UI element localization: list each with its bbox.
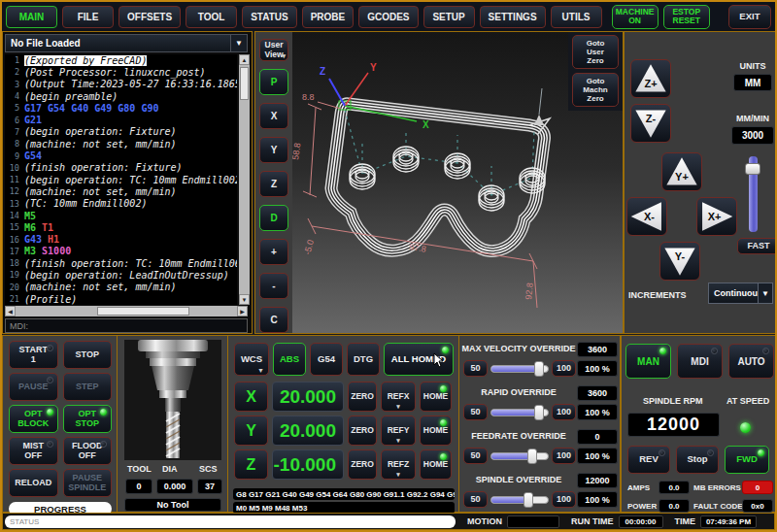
jog-y-minus-button[interactable]: Y- [659, 242, 700, 281]
gcode-line[interactable]: 14M5 [5, 210, 237, 221]
wcs-system-button[interactable]: G54 [310, 343, 343, 376]
tab-utils[interactable]: UTILS [551, 6, 602, 28]
tab-settings[interactable]: SETTINGS [480, 6, 546, 28]
increments-combo[interactable]: Continuous ▼ [708, 283, 773, 304]
slider-handle[interactable] [534, 361, 544, 377]
gcode-line[interactable]: 18(finish operation: TC: 10mm Endmill06 [5, 257, 237, 269]
slider-handle[interactable] [524, 492, 533, 508]
scroll-right-icon[interactable]: ▶ [237, 306, 248, 316]
override-min-spindle-button[interactable]: 50 [463, 491, 488, 508]
tab-file[interactable]: FILE [62, 6, 114, 28]
gcode-line[interactable]: 17M3 S1000 [5, 246, 237, 257]
gcode-line[interactable]: 8(machine: not set, mm/min) [5, 138, 237, 150]
spindle-fwd-button[interactable]: FWD [725, 446, 769, 474]
override-min-max-velocity-button[interactable]: 50 [463, 360, 488, 377]
tab-setup[interactable]: SETUP [423, 6, 475, 28]
gcode-line[interactable]: 16G43 H1 [5, 233, 237, 245]
jog-y-plus-button[interactable]: Y+ [661, 152, 702, 191]
spindle-stop-button[interactable]: Stop [676, 446, 719, 474]
gcode-line[interactable]: 15M6 T1 [5, 221, 237, 233]
tab-gcodes[interactable]: GCODES [358, 6, 418, 28]
horizontal-scrollbar[interactable]: ◀ ▶ [5, 306, 248, 316]
jog-x-plus-button[interactable]: X+ [696, 197, 737, 236]
step-button[interactable]: STEP [63, 373, 113, 401]
home-x-button[interactable]: HOME [420, 382, 452, 412]
gcode-line[interactable]: 20(machine: not set, mm/min) [5, 282, 237, 293]
gcode-editor[interactable]: 1(Exported by FreeCAD)2(Post Processor: … [5, 54, 237, 305]
axis-x-button[interactable]: X [234, 382, 268, 412]
slider-handle[interactable] [527, 449, 537, 464]
view-button-x[interactable]: X [259, 103, 288, 129]
estop-reset-button[interactable]: ESTOP RESET [663, 5, 710, 29]
gcode-line[interactable]: 10(finish operation: Fixture) [5, 162, 237, 174]
gcode-line[interactable]: 4(begin preamble) [5, 90, 237, 102]
gcode-line[interactable]: 2(Post Processor: linuxcnc_post) [5, 66, 237, 78]
gcode-line[interactable]: 19(begin operation: LeadInOutDressup) [5, 269, 237, 281]
ref-z-button[interactable]: REFZ▾ [381, 449, 416, 480]
exit-button[interactable]: EXIT [728, 5, 771, 29]
override-max-feedrate-button[interactable]: 100 [552, 448, 576, 464]
gcode-line[interactable]: 9G54 [5, 150, 237, 161]
tab-status[interactable]: STATUS [242, 6, 297, 28]
ref-y-button[interactable]: REFY▾ [381, 416, 416, 446]
gcode-line[interactable]: 6G21 [5, 114, 237, 125]
view-button-p[interactable]: P [259, 69, 288, 95]
gcode-line[interactable]: 7(begin operation: Fixture) [5, 126, 237, 138]
tab-offsets[interactable]: OFFSETS [118, 6, 181, 28]
dtg-button[interactable]: DTG [347, 343, 380, 376]
gcode-line[interactable]: 13(TC: 10mm Endmill002) [5, 198, 237, 210]
reload-button[interactable]: RELOAD [9, 469, 58, 497]
zero-y-button[interactable]: ZERO [348, 416, 377, 446]
goto-machine-zero-button[interactable]: Goto Machn Zero [572, 73, 619, 107]
override-min-feedrate-button[interactable]: 50 [463, 448, 488, 464]
override-slider-max-velocity[interactable] [490, 365, 549, 373]
override-min-rapid-button[interactable]: 50 [463, 404, 488, 420]
override-max-rapid-button[interactable]: 100 [552, 404, 576, 420]
mode-auto-button[interactable]: AUTO [728, 344, 774, 379]
view-button-y[interactable]: Y [259, 137, 288, 163]
gcode-line[interactable]: 1(Exported by FreeCAD) [5, 54, 237, 66]
vscroll-thumb[interactable] [240, 67, 249, 100]
mode-mdi-button[interactable]: MDI [677, 344, 723, 379]
override-slider-rapid[interactable] [490, 409, 549, 416]
gcode-line[interactable]: 21(Profile) [5, 293, 237, 305]
zero-x-button[interactable]: ZERO [348, 382, 377, 412]
view-button-minus[interactable]: - [259, 273, 288, 299]
machine-on-button[interactable]: MACHINE ON [612, 5, 659, 29]
fast-button[interactable]: FAST [737, 238, 777, 254]
cycle-start-button[interactable]: START 1 [9, 341, 58, 369]
override-slider-spindle[interactable] [490, 496, 549, 504]
override-slider-feedrate[interactable] [490, 452, 549, 460]
opt-block-button[interactable]: OPT BLOCK [9, 405, 58, 433]
gcode-line[interactable]: 3(Output Time:2023-05-27 16:33:16.1865 [5, 79, 237, 90]
opt-stop-button[interactable]: OPT STOP [63, 405, 113, 433]
tab-tool[interactable]: TOOL [186, 6, 237, 28]
wcs-button[interactable]: WCS ▼ [234, 343, 269, 376]
view-button-c[interactable]: C [259, 307, 288, 333]
view-button-plus[interactable]: + [259, 239, 288, 265]
ref-x-button[interactable]: REFX▾ [381, 382, 416, 412]
slider-handle[interactable] [745, 163, 760, 175]
scroll-down-icon[interactable]: ▼ [239, 294, 250, 305]
gcode-line[interactable]: 5G17 G54 G40 G49 G80 G90 [5, 102, 237, 114]
tab-main[interactable]: MAIN [6, 6, 57, 28]
axis-y-button[interactable]: Y [234, 416, 268, 446]
scroll-up-icon[interactable]: ▲ [239, 54, 250, 65]
scroll-left-icon[interactable]: ◀ [5, 306, 16, 316]
jog-speed-slider[interactable] [749, 156, 758, 232]
mist-button[interactable]: MIST OFF [9, 437, 58, 465]
stop-button[interactable]: STOP [63, 341, 113, 369]
override-max-max-velocity-button[interactable]: 100 [552, 360, 576, 377]
home-z-button[interactable]: HOME [420, 449, 452, 480]
chevron-down-icon[interactable]: ▼ [758, 283, 772, 303]
jog-x-minus-button[interactable]: X- [626, 197, 667, 236]
gcode-line[interactable]: 11(begin operation: TC: 10mm Endmill002 [5, 174, 237, 185]
override-max-spindle-button[interactable]: 100 [552, 491, 576, 508]
pause-button[interactable]: PAUSE [9, 373, 58, 401]
file-combo[interactable]: No File Loaded ▼ [5, 34, 248, 52]
spindle-rev-button[interactable]: REV [627, 446, 670, 474]
slider-handle[interactable] [534, 405, 544, 420]
jog-z-minus-button[interactable]: Z- [630, 104, 671, 143]
pause-spindle-button[interactable]: PAUSE SPINDLE [63, 469, 113, 497]
axis-z-button[interactable]: Z [234, 449, 268, 480]
